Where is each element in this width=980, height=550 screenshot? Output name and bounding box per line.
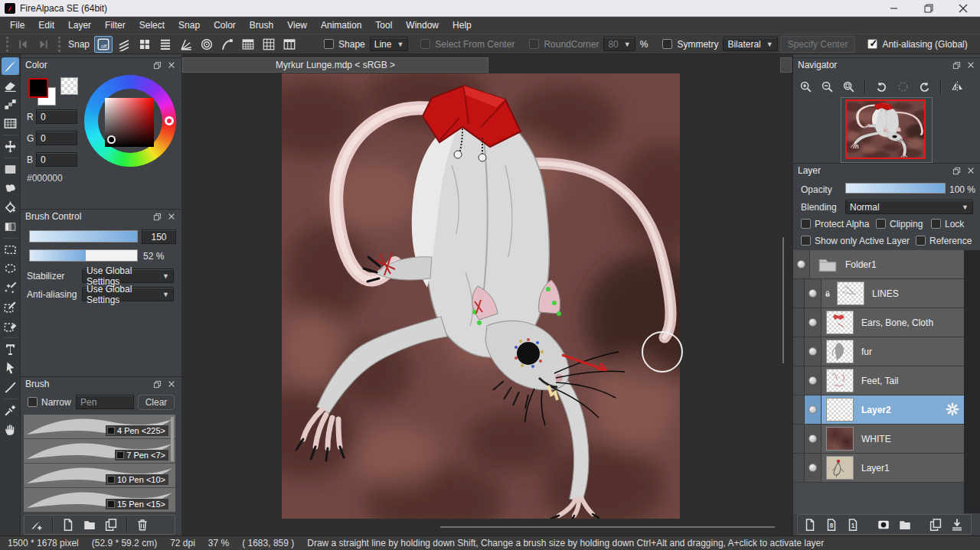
- layer-visibility-toggle[interactable]: [805, 308, 822, 337]
- snap-grid-button[interactable]: [260, 36, 278, 53]
- blending-select[interactable]: Normal▼: [845, 200, 973, 214]
- duplicate-brush-button[interactable]: [101, 516, 121, 534]
- rotate-cw-button[interactable]: [915, 78, 933, 95]
- show-only-active-checkbox[interactable]: [801, 236, 811, 246]
- menu-view[interactable]: View: [280, 17, 314, 34]
- brush-item[interactable]: 10 Pen <10>: [24, 464, 175, 488]
- select-rectangle-tool[interactable]: [2, 241, 19, 259]
- brush-opacity-slider[interactable]: [29, 249, 138, 262]
- restore-button[interactable]: [911, 0, 946, 16]
- duplicate-layer-button[interactable]: [926, 516, 946, 534]
- select-from-center-checkbox[interactable]: [420, 39, 430, 49]
- minimize-button[interactable]: [877, 0, 911, 16]
- foreground-color-swatch[interactable]: [28, 78, 48, 98]
- eraser-tool[interactable]: [2, 76, 19, 94]
- brush-list-scrollbar[interactable]: [171, 417, 174, 461]
- magic-wand-tool[interactable]: [2, 279, 19, 297]
- navigator-thumbnail[interactable]: [845, 99, 926, 159]
- add-brush-button[interactable]: [27, 516, 47, 534]
- toolbar-drag-handle[interactable]: [6, 37, 8, 52]
- roundcorner-checkbox[interactable]: [529, 39, 539, 49]
- menu-color[interactable]: Color: [207, 17, 243, 34]
- snap-parallel-button[interactable]: [115, 36, 133, 53]
- text-tool[interactable]: [2, 340, 19, 358]
- close-button[interactable]: [946, 0, 980, 16]
- layer-visibility-toggle[interactable]: [793, 250, 810, 278]
- menu-edit[interactable]: Edit: [31, 17, 61, 34]
- menu-snap[interactable]: Snap: [172, 17, 207, 34]
- symmetry-select[interactable]: Bilateral▼: [723, 37, 777, 51]
- rotate-ccw-button[interactable]: [872, 78, 890, 95]
- close-panel-icon[interactable]: [965, 60, 976, 70]
- brush-item-checkbox[interactable]: [116, 451, 124, 459]
- snap-curve-button[interactable]: [218, 36, 237, 53]
- layer-visibility-toggle[interactable]: [805, 425, 822, 453]
- add-halftone-layer-button[interactable]: [874, 516, 893, 534]
- layer-settings-gear-icon[interactable]: [945, 402, 960, 420]
- layer-opacity-slider[interactable]: [845, 183, 946, 194]
- snap-horizontal-button[interactable]: [156, 36, 175, 53]
- red-input[interactable]: [36, 109, 77, 124]
- protect-alpha-checkbox[interactable]: [801, 219, 811, 229]
- menu-help[interactable]: Help: [446, 17, 479, 34]
- add-layer-button[interactable]: [800, 516, 820, 534]
- toolbar-drag-handle[interactable]: [58, 37, 60, 52]
- tab-scroll-stub[interactable]: [780, 57, 792, 73]
- float-panel-icon[interactable]: [152, 60, 162, 70]
- layer-visibility-toggle[interactable]: [805, 337, 822, 366]
- add-folder-button[interactable]: [895, 516, 915, 534]
- close-panel-icon[interactable]: [965, 165, 976, 176]
- layer-row-white[interactable]: WHITE: [793, 425, 964, 454]
- select-pen-tool[interactable]: [2, 298, 19, 316]
- fill-rect-tool[interactable]: [2, 161, 19, 178]
- layer-row-feet-tail[interactable]: Feet, Tail: [793, 366, 964, 395]
- layer-visibility-toggle[interactable]: [805, 366, 822, 395]
- brush-filter-input[interactable]: [76, 395, 134, 409]
- undo-button[interactable]: [14, 36, 32, 53]
- antialias-select[interactable]: Use Global Settings▼: [82, 287, 174, 301]
- brush-item-checkbox[interactable]: [107, 427, 115, 434]
- snap-grid-wide-button[interactable]: [280, 36, 299, 53]
- antialias-global-checkbox[interactable]: [867, 39, 877, 49]
- brush-folder-button[interactable]: [80, 516, 100, 534]
- brush-item[interactable]: 15 Pen <15>: [24, 488, 175, 513]
- layer-visibility-toggle[interactable]: [805, 454, 822, 482]
- shape-checkbox[interactable]: [324, 39, 334, 49]
- layer-row-ears-bone-cloth[interactable]: Ears, Bone, Cloth: [793, 308, 964, 337]
- merge-down-layer-button[interactable]: [947, 516, 967, 534]
- flip-horizontal-button[interactable]: [948, 78, 966, 95]
- snap-off-button[interactable]: off: [94, 36, 113, 53]
- operation-tool[interactable]: [2, 360, 19, 377]
- brush-item[interactable]: 7 Pen <7>: [24, 439, 175, 464]
- layer-row-lines[interactable]: LINES: [793, 279, 964, 308]
- layer-row-fur[interactable]: fur: [793, 337, 964, 366]
- fill-lasso-tool[interactable]: [2, 180, 19, 197]
- canvas-artwork[interactable]: [282, 73, 680, 519]
- clear-button[interactable]: Clear: [138, 395, 175, 410]
- snap-crisscross-button[interactable]: [136, 36, 154, 53]
- sv-handle[interactable]: [107, 135, 116, 144]
- menu-tool[interactable]: Tool: [368, 17, 399, 34]
- menu-brush[interactable]: Brush: [243, 17, 280, 34]
- green-input[interactable]: [36, 131, 77, 145]
- float-panel-icon[interactable]: [152, 211, 162, 222]
- roundcorner-select[interactable]: 80▼: [603, 37, 635, 51]
- brush-item-checkbox[interactable]: [107, 500, 115, 508]
- menu-file[interactable]: File: [3, 17, 31, 34]
- eyedropper-tool[interactable]: [2, 402, 19, 419]
- rotate-reset-button[interactable]: [893, 78, 912, 95]
- layer-visibility-toggle[interactable]: [805, 395, 822, 424]
- layer-visibility-toggle[interactable]: [805, 279, 822, 308]
- brush-item-checkbox[interactable]: [107, 476, 115, 483]
- add-8bit-layer-button[interactable]: 8: [822, 516, 841, 534]
- select-lasso-tool[interactable]: [2, 260, 19, 278]
- menu-window[interactable]: Window: [399, 17, 446, 34]
- close-panel-icon[interactable]: [166, 60, 177, 70]
- brush-tool[interactable]: [2, 57, 19, 75]
- brush-item[interactable]: 4 Pen <225>: [24, 415, 175, 439]
- specify-center-button[interactable]: Specify Center: [780, 36, 856, 53]
- float-panel-icon[interactable]: [951, 60, 962, 70]
- zoom-in-button[interactable]: [796, 78, 815, 95]
- halftone-tool[interactable]: [2, 115, 19, 132]
- brush-size-value[interactable]: 150: [142, 229, 176, 244]
